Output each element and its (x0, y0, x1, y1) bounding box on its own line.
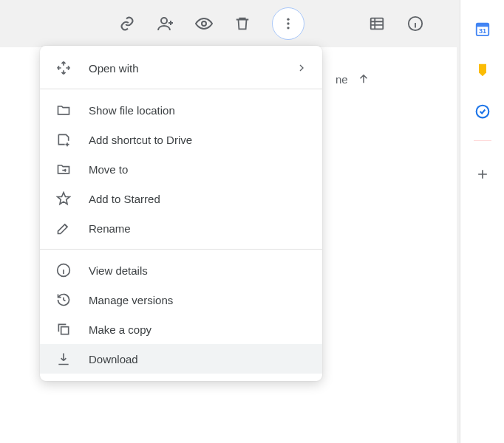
context-menu: Open withShow file locationAdd shortcut … (40, 46, 322, 381)
svg-point-1 (202, 21, 206, 26)
svg-point-4 (287, 27, 289, 29)
download-icon (55, 350, 72, 368)
svg-point-2 (287, 18, 289, 21)
menu-item-download[interactable]: Download (40, 344, 322, 374)
menu-item-label: Download (89, 353, 307, 365)
menu-item-label: Open with (89, 62, 296, 75)
menu-item-move[interactable]: Move to (40, 154, 322, 184)
copy-icon (55, 320, 72, 338)
menu-item-label: Add shortcut to Drive (89, 134, 307, 146)
info-icon[interactable] (406, 15, 424, 32)
tasks-icon[interactable] (474, 103, 491, 120)
svg-point-3 (287, 22, 289, 24)
star-icon (55, 190, 72, 207)
folder-icon (55, 101, 72, 119)
menu-item-label: Rename (89, 222, 307, 235)
svg-rect-5 (371, 18, 384, 30)
calendar-icon[interactable]: 31 (474, 21, 491, 37)
shortcut-add-icon (55, 131, 72, 148)
link-icon[interactable] (118, 15, 136, 32)
menu-item-star[interactable]: Add to Starred (40, 184, 322, 213)
side-panel: 31 (460, 0, 504, 443)
menu-item-shortcut-add[interactable]: Add shortcut to Drive (40, 125, 322, 154)
side-panel-separator (474, 140, 491, 141)
column-header-partial: ne (336, 72, 370, 86)
menu-item-open-with[interactable]: Open with (40, 53, 322, 83)
svg-point-0 (161, 18, 167, 24)
keep-icon[interactable] (474, 62, 491, 78)
add-icon[interactable] (474, 166, 491, 182)
person-add-icon[interactable] (157, 15, 174, 32)
menu-separator (40, 249, 322, 250)
info-icon (55, 261, 72, 279)
menu-item-label: Make a copy (89, 323, 307, 336)
toolbar (0, 0, 504, 47)
menu-item-label: Manage versions (89, 294, 307, 306)
menu-item-info[interactable]: View details (40, 255, 322, 285)
svg-text:31: 31 (478, 27, 486, 35)
chevron-right-icon (296, 62, 307, 74)
arrow-up-icon[interactable] (357, 72, 370, 86)
history-icon (55, 291, 72, 309)
menu-separator (40, 89, 322, 89)
menu-item-history[interactable]: Manage versions (40, 285, 322, 315)
menu-item-copy[interactable]: Make a copy (40, 315, 322, 344)
menu-item-label: View details (89, 264, 307, 277)
open-with-icon (55, 59, 72, 77)
svg-rect-8 (476, 24, 488, 27)
partial-text: ne (336, 73, 348, 86)
menu-item-label: Move to (89, 163, 307, 176)
rename-icon (55, 219, 72, 237)
svg-rect-12 (61, 327, 69, 334)
menu-item-label: Add to Starred (89, 193, 307, 205)
menu-item-folder[interactable]: Show file location (40, 95, 322, 125)
list-view-icon[interactable] (368, 15, 386, 32)
menu-item-rename[interactable]: Rename (40, 213, 322, 243)
move-icon (55, 160, 72, 178)
trash-icon[interactable] (234, 15, 251, 32)
preview-icon[interactable] (195, 15, 213, 32)
menu-item-label: Show file location (89, 104, 307, 117)
more-actions-button[interactable] (272, 7, 304, 40)
